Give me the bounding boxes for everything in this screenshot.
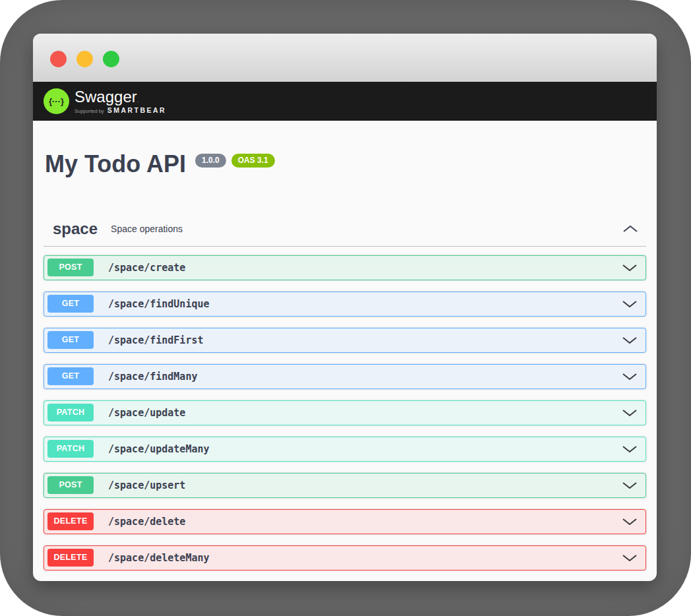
operation-row[interactable]: GET /space/findFirst [44, 328, 646, 353]
expand-operation-button[interactable] [622, 373, 638, 381]
collapse-section-button[interactable] [622, 225, 638, 233]
http-method-badge: POST [47, 259, 94, 276]
tag-section-header[interactable]: space Space operations [44, 220, 646, 247]
operation-path: /space/findUnique [108, 298, 210, 310]
swagger-topbar: {···} Swagger. Supported by SMARTBEAR [33, 82, 657, 121]
page-title: My Todo API [45, 151, 186, 177]
expand-operation-button[interactable] [622, 300, 638, 308]
http-method-badge: GET [47, 331, 94, 349]
http-method-badge: POST [47, 476, 94, 494]
operation-path: /space/delete [108, 516, 185, 528]
chevron-down-icon [622, 373, 638, 381]
window-titlebar [33, 34, 657, 82]
version-badge: 1.0.0 [195, 154, 226, 168]
http-method-badge: DELETE [47, 549, 94, 567]
chevron-down-icon [622, 554, 638, 562]
expand-operation-button[interactable] [622, 554, 638, 562]
operation-row[interactable]: PATCH /space/update [44, 400, 646, 425]
chevron-down-icon [622, 481, 638, 489]
http-method-badge: PATCH [47, 440, 94, 458]
operations-list: POST /space/create GET /space/findUnique… [44, 255, 646, 570]
operation-row[interactable]: DELETE /space/delete [44, 509, 646, 534]
minimize-window-button[interactable] [76, 51, 93, 67]
expand-operation-button[interactable] [622, 264, 638, 272]
expand-operation-button[interactable] [622, 481, 638, 489]
operation-row[interactable]: DELETE /space/deleteMany [44, 545, 646, 570]
swagger-logo-icon: {···} [44, 88, 69, 114]
expand-operation-button[interactable] [622, 445, 638, 453]
api-doc-content: My Todo API 1.0.0 OAS 3.1 space Space op… [33, 121, 657, 570]
expand-operation-button[interactable] [622, 409, 638, 417]
operation-path: /space/create [108, 262, 185, 274]
tag-description: Space operations [111, 224, 183, 234]
screenshot-stage: {···} Swagger. Supported by SMARTBEAR My… [0, 0, 691, 616]
operation-path: /space/findMany [108, 371, 197, 383]
operation-path: /space/update [108, 407, 185, 419]
operation-path: /space/deleteMany [108, 552, 210, 564]
app-window: {···} Swagger. Supported by SMARTBEAR My… [33, 34, 657, 581]
close-window-button[interactable] [50, 51, 67, 67]
maximize-window-button[interactable] [103, 51, 119, 67]
operation-path: /space/findFirst [108, 334, 204, 346]
chevron-down-icon [622, 445, 638, 453]
api-title-row: My Todo API 1.0.0 OAS 3.1 [44, 151, 646, 177]
chevron-down-icon [622, 300, 638, 308]
chevron-down-icon [622, 518, 638, 526]
trademark-mark: . [137, 98, 138, 104]
swagger-wordmark: Swagger. [75, 88, 166, 105]
operation-row[interactable]: POST /space/create [44, 255, 646, 280]
smartbear-wordmark: SMARTBEAR [107, 106, 167, 114]
expand-operation-button[interactable] [622, 518, 638, 526]
operation-row[interactable]: GET /space/findUnique [44, 292, 646, 317]
chevron-down-icon [622, 264, 638, 272]
chevron-up-icon [622, 225, 638, 233]
operation-path: /space/upsert [108, 479, 185, 491]
chevron-down-icon [622, 409, 638, 417]
http-method-badge: PATCH [47, 404, 94, 421]
operation-row[interactable]: POST /space/upsert [44, 473, 646, 498]
operation-row[interactable]: GET /space/findMany [44, 364, 646, 389]
tag-name: space [53, 220, 98, 238]
expand-operation-button[interactable] [622, 336, 638, 344]
http-method-badge: GET [47, 367, 94, 385]
swagger-logo-text: Swagger. Supported by SMARTBEAR [75, 88, 166, 113]
chevron-down-icon [622, 336, 638, 344]
oas-badge: OAS 3.1 [231, 154, 275, 168]
supported-by-label: Supported by [75, 108, 104, 114]
http-method-badge: GET [47, 295, 94, 313]
operation-row[interactable]: PATCH /space/updateMany [44, 437, 646, 462]
operation-path: /space/updateMany [108, 443, 210, 455]
http-method-badge: DELETE [47, 512, 94, 530]
